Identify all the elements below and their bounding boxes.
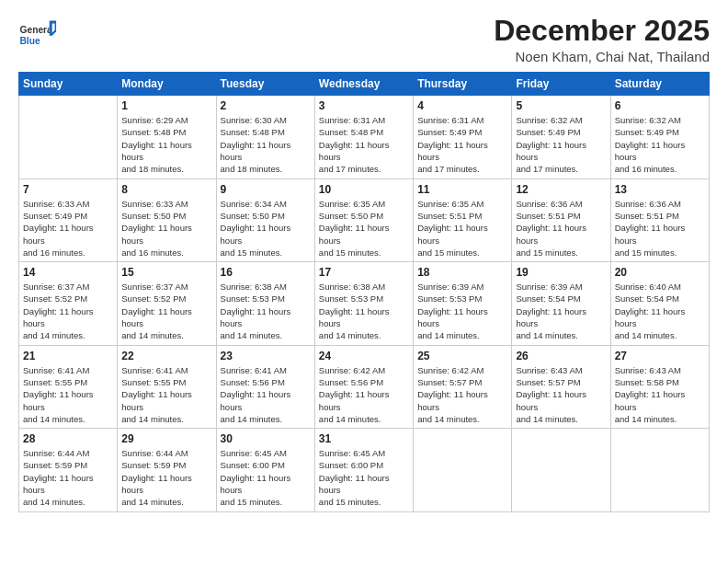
day-info: Sunrise: 6:35 AMSunset: 5:50 PMDaylight:… bbox=[319, 198, 409, 259]
calendar-week-row: 14Sunrise: 6:37 AMSunset: 5:52 PMDayligh… bbox=[19, 262, 710, 345]
calendar-week-row: 1Sunrise: 6:29 AMSunset: 5:48 PMDaylight… bbox=[19, 96, 710, 178]
calendar-week-row: 21Sunrise: 6:41 AMSunset: 5:55 PMDayligh… bbox=[19, 345, 710, 428]
day-info: Sunrise: 6:44 AMSunset: 5:59 PMDaylight:… bbox=[23, 447, 113, 508]
day-info: Sunrise: 6:37 AMSunset: 5:52 PMDaylight:… bbox=[121, 281, 211, 341]
day-number: 5 bbox=[516, 99, 606, 112]
day-number: 17 bbox=[319, 266, 409, 279]
calendar-cell: 31Sunrise: 6:45 AMSunset: 6:00 PMDayligh… bbox=[314, 429, 413, 511]
day-number: 24 bbox=[319, 350, 409, 362]
day-number: 7 bbox=[23, 183, 113, 196]
day-number: 26 bbox=[516, 350, 606, 362]
calendar-cell: 5Sunrise: 6:32 AMSunset: 5:49 PMDaylight… bbox=[512, 96, 610, 178]
calendar-cell: 12Sunrise: 6:36 AMSunset: 5:51 PMDayligh… bbox=[512, 178, 610, 261]
day-number: 15 bbox=[121, 266, 211, 279]
day-number: 10 bbox=[319, 183, 409, 196]
calendar-cell bbox=[414, 429, 512, 511]
calendar-cell: 1Sunrise: 6:29 AMSunset: 5:48 PMDaylight… bbox=[118, 96, 216, 178]
day-info: Sunrise: 6:33 AMSunset: 5:50 PMDaylight:… bbox=[121, 198, 211, 259]
day-number: 4 bbox=[417, 99, 507, 112]
day-number: 2 bbox=[221, 99, 311, 112]
calendar-cell: 10Sunrise: 6:35 AMSunset: 5:50 PMDayligh… bbox=[314, 178, 413, 261]
calendar-cell: 27Sunrise: 6:43 AMSunset: 5:58 PMDayligh… bbox=[610, 345, 709, 428]
day-info: Sunrise: 6:41 AMSunset: 5:55 PMDaylight:… bbox=[121, 364, 211, 425]
title-block: December 2025 Noen Kham, Chai Nat, Thail… bbox=[494, 15, 710, 64]
day-number: 27 bbox=[615, 350, 705, 362]
day-info: Sunrise: 6:30 AMSunset: 5:48 PMDaylight:… bbox=[221, 114, 311, 175]
day-info: Sunrise: 6:41 AMSunset: 5:55 PMDaylight:… bbox=[23, 364, 113, 425]
calendar-cell: 16Sunrise: 6:38 AMSunset: 5:53 PMDayligh… bbox=[216, 262, 314, 345]
day-info: Sunrise: 6:33 AMSunset: 5:49 PMDaylight:… bbox=[23, 198, 113, 259]
day-info: Sunrise: 6:44 AMSunset: 5:59 PMDaylight:… bbox=[121, 447, 211, 508]
day-info: Sunrise: 6:31 AMSunset: 5:49 PMDaylight:… bbox=[417, 114, 507, 175]
calendar-cell: 4Sunrise: 6:31 AMSunset: 5:49 PMDaylight… bbox=[414, 96, 512, 178]
calendar-cell: 17Sunrise: 6:38 AMSunset: 5:53 PMDayligh… bbox=[314, 262, 413, 345]
col-tuesday: Tuesday bbox=[216, 73, 314, 96]
day-info: Sunrise: 6:38 AMSunset: 5:53 PMDaylight:… bbox=[319, 281, 409, 341]
day-number: 22 bbox=[121, 350, 211, 362]
day-info: Sunrise: 6:39 AMSunset: 5:54 PMDaylight:… bbox=[516, 281, 606, 341]
day-info: Sunrise: 6:41 AMSunset: 5:56 PMDaylight:… bbox=[221, 364, 311, 425]
calendar-cell: 25Sunrise: 6:42 AMSunset: 5:57 PMDayligh… bbox=[414, 345, 512, 428]
day-info: Sunrise: 6:39 AMSunset: 5:53 PMDaylight:… bbox=[417, 281, 507, 341]
calendar-cell: 30Sunrise: 6:45 AMSunset: 6:00 PMDayligh… bbox=[216, 429, 314, 511]
day-number: 20 bbox=[615, 266, 705, 279]
day-info: Sunrise: 6:32 AMSunset: 5:49 PMDaylight:… bbox=[615, 114, 705, 175]
day-number: 11 bbox=[417, 183, 507, 196]
day-info: Sunrise: 6:45 AMSunset: 6:00 PMDaylight:… bbox=[221, 447, 311, 508]
calendar-cell: 3Sunrise: 6:31 AMSunset: 5:48 PMDaylight… bbox=[314, 96, 413, 178]
calendar-cell bbox=[512, 429, 610, 511]
calendar-cell: 19Sunrise: 6:39 AMSunset: 5:54 PMDayligh… bbox=[512, 262, 610, 345]
day-info: Sunrise: 6:34 AMSunset: 5:50 PMDaylight:… bbox=[221, 198, 311, 259]
calendar-cell: 15Sunrise: 6:37 AMSunset: 5:52 PMDayligh… bbox=[118, 262, 216, 345]
calendar-cell: 24Sunrise: 6:42 AMSunset: 5:56 PMDayligh… bbox=[314, 345, 413, 428]
calendar-cell bbox=[610, 429, 709, 511]
day-number: 3 bbox=[319, 99, 409, 112]
day-info: Sunrise: 6:42 AMSunset: 5:56 PMDaylight:… bbox=[319, 364, 409, 425]
logo-icon: General Blue bbox=[18, 15, 59, 55]
calendar-cell: 22Sunrise: 6:41 AMSunset: 5:55 PMDayligh… bbox=[118, 345, 216, 428]
col-sunday: Sunday bbox=[19, 73, 118, 96]
day-number: 12 bbox=[516, 183, 606, 196]
calendar-cell bbox=[19, 96, 118, 178]
calendar-cell: 18Sunrise: 6:39 AMSunset: 5:53 PMDayligh… bbox=[414, 262, 512, 345]
day-number: 30 bbox=[221, 432, 311, 445]
col-saturday: Saturday bbox=[610, 73, 709, 96]
day-number: 23 bbox=[221, 350, 311, 362]
calendar-cell: 23Sunrise: 6:41 AMSunset: 5:56 PMDayligh… bbox=[216, 345, 314, 428]
col-friday: Friday bbox=[512, 73, 610, 96]
calendar-cell: 28Sunrise: 6:44 AMSunset: 5:59 PMDayligh… bbox=[19, 429, 118, 511]
day-number: 31 bbox=[319, 432, 409, 445]
calendar-cell: 26Sunrise: 6:43 AMSunset: 5:57 PMDayligh… bbox=[512, 345, 610, 428]
day-number: 9 bbox=[221, 183, 311, 196]
calendar-cell: 2Sunrise: 6:30 AMSunset: 5:48 PMDaylight… bbox=[216, 96, 314, 178]
svg-text:Blue: Blue bbox=[19, 36, 40, 46]
day-info: Sunrise: 6:29 AMSunset: 5:48 PMDaylight:… bbox=[121, 114, 211, 175]
calendar-cell: 8Sunrise: 6:33 AMSunset: 5:50 PMDaylight… bbox=[118, 178, 216, 261]
calendar-header-row: Sunday Monday Tuesday Wednesday Thursday… bbox=[19, 73, 710, 96]
calendar-cell: 13Sunrise: 6:36 AMSunset: 5:51 PMDayligh… bbox=[610, 178, 709, 261]
page-subtitle: Noen Kham, Chai Nat, Thailand bbox=[494, 49, 710, 64]
day-number: 13 bbox=[615, 183, 705, 196]
col-thursday: Thursday bbox=[414, 73, 512, 96]
day-number: 29 bbox=[121, 432, 211, 445]
day-number: 6 bbox=[615, 99, 705, 112]
day-info: Sunrise: 6:42 AMSunset: 5:57 PMDaylight:… bbox=[417, 364, 507, 425]
day-info: Sunrise: 6:36 AMSunset: 5:51 PMDaylight:… bbox=[516, 198, 606, 259]
day-number: 8 bbox=[121, 183, 211, 196]
calendar-week-row: 28Sunrise: 6:44 AMSunset: 5:59 PMDayligh… bbox=[19, 429, 710, 511]
calendar-cell: 9Sunrise: 6:34 AMSunset: 5:50 PMDaylight… bbox=[216, 178, 314, 261]
day-info: Sunrise: 6:32 AMSunset: 5:49 PMDaylight:… bbox=[516, 114, 606, 175]
day-info: Sunrise: 6:43 AMSunset: 5:57 PMDaylight:… bbox=[516, 364, 606, 425]
day-number: 14 bbox=[23, 266, 113, 279]
day-info: Sunrise: 6:31 AMSunset: 5:48 PMDaylight:… bbox=[319, 114, 409, 175]
col-monday: Monday bbox=[118, 73, 216, 96]
day-number: 25 bbox=[417, 350, 507, 362]
day-info: Sunrise: 6:43 AMSunset: 5:58 PMDaylight:… bbox=[615, 364, 705, 425]
calendar-cell: 7Sunrise: 6:33 AMSunset: 5:49 PMDaylight… bbox=[19, 178, 118, 261]
calendar-cell: 11Sunrise: 6:35 AMSunset: 5:51 PMDayligh… bbox=[414, 178, 512, 261]
day-number: 19 bbox=[516, 266, 606, 279]
day-info: Sunrise: 6:38 AMSunset: 5:53 PMDaylight:… bbox=[221, 281, 311, 341]
day-number: 28 bbox=[23, 432, 113, 445]
calendar-week-row: 7Sunrise: 6:33 AMSunset: 5:49 PMDaylight… bbox=[19, 178, 710, 261]
day-info: Sunrise: 6:36 AMSunset: 5:51 PMDaylight:… bbox=[615, 198, 705, 259]
